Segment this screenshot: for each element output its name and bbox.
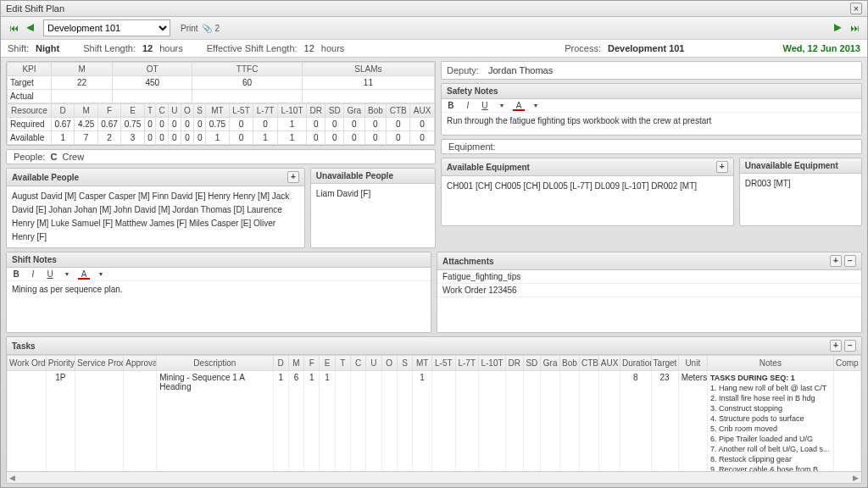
tasks-col[interactable]: C [351,356,366,371]
add-task-button[interactable]: + [830,340,842,352]
list-item[interactable]: Work Order 123456 [437,284,861,297]
toolbar: ⏮ ⯇ Development 101 Print 📎 2 ⯈ ⏭ [1,17,867,40]
tasks-col[interactable]: CTB [579,356,598,371]
tasks-col[interactable]: Priority [46,356,75,371]
edit-shift-plan-window: Edit Shift Plan × ⏮ ⯇ Development 101 Pr… [0,0,868,488]
kpi-summary-table: KPI M OT TTFC SLAMs Target 22 450 60 11 [7,62,435,103]
nav-first-icon[interactable]: ⏮ [6,21,21,35]
table-row[interactable]: 1PMining - Sequence 1 A Heading16111823M… [8,371,861,472]
print-button[interactable]: Print 📎 2 [175,22,225,35]
bold-button[interactable]: B [10,269,22,279]
list-item[interactable]: Fatigue_fighting_tips [437,270,861,284]
underline-button[interactable]: U [44,269,56,279]
chevron-down-icon[interactable]: ▾ [530,102,542,109]
resource-table: ResourceDMFETCUOSMTL-5TL-7TL-10TDRSDGraB… [7,103,435,145]
attachments-panel: Attachments + − Fatigue_fighting_tips Wo… [437,252,862,333]
tasks-col[interactable]: E [320,356,335,371]
resource-col: DR [307,104,326,118]
table-row: Actual [8,90,435,103]
font-color-button[interactable]: A [78,269,90,279]
kpi-col: OT [113,63,192,76]
shift-notes-text[interactable]: Mining as per sequence plan. [7,281,431,332]
tasks-col[interactable]: M [288,356,303,371]
tasks-col[interactable]: Notes [707,356,833,371]
tasks-col[interactable]: L-10T [478,356,505,371]
chevron-down-icon[interactable]: ▾ [496,102,508,109]
tasks-col[interactable]: MT [413,356,432,371]
available-equipment-list[interactable]: CH001 [CH] CH005 [CH] DL005 [L-7T] DL009… [442,176,733,225]
resource-col: U [169,104,181,118]
remove-task-button[interactable]: − [844,340,856,352]
tasks-col[interactable]: L-5T [432,356,455,371]
tasks-header: Tasks [12,341,36,351]
safety-notes-header: Safety Notes [447,86,498,96]
tasks-col[interactable]: Service Process [75,356,124,371]
process-label: Process: [565,43,601,53]
kpi-col: M [52,63,113,76]
available-people-header: Available People [12,173,79,182]
shift-value: Night [36,43,59,53]
attachment-icon: 📎 [202,24,212,33]
tasks-col[interactable]: O [381,356,397,371]
process-select[interactable]: Development 101 [43,19,170,36]
tasks-col[interactable]: Unit [678,356,707,371]
add-attachment-button[interactable]: + [830,255,842,267]
tasks-col[interactable]: Gra [541,356,560,371]
tasks-col[interactable]: Target [651,356,678,371]
tasks-table: Work OrderPriorityService ProcessApprova… [7,355,861,471]
shift-summary-bar: Shift: Night Shift Length: 12 hours Effe… [1,40,867,58]
tasks-col[interactable]: DR [506,356,524,371]
tasks-col[interactable]: Work Order [8,356,47,371]
unavailable-people-list[interactable]: Liam David [F] [311,184,435,233]
underline-button[interactable]: U [479,101,491,110]
tasks-col[interactable]: U [366,356,381,371]
italic-button[interactable]: I [462,101,474,110]
deputy-row: Deputy: Jordan Thomas [441,61,862,80]
tasks-col[interactable]: D [273,356,288,371]
task-notes: TASKS DURING SEQ: 11. Hang new roll of b… [707,371,833,472]
nav-next-icon[interactable]: ⯈ [830,21,845,35]
scroll-right-icon[interactable]: ▶ [853,474,859,482]
tasks-col[interactable]: Duration [620,356,651,371]
scroll-left-icon[interactable]: ◀ [9,474,15,482]
font-color-button[interactable]: A [513,101,525,110]
editor-toolbar: B I U ▾ A ▾ [7,268,431,281]
chevron-down-icon[interactable]: ▾ [95,270,107,278]
print-label: Print [181,24,198,33]
tasks-col[interactable]: Approval [124,356,157,371]
add-people-button[interactable]: + [287,171,299,183]
people-label-row: People: C Crew [6,149,436,164]
close-icon[interactable]: × [850,3,862,14]
tasks-col[interactable]: Bob [560,356,580,371]
tasks-col[interactable]: S [397,356,412,371]
kpi-col: KPI [8,63,52,76]
unavailable-equipment-list[interactable]: DR003 [MT] [740,174,861,223]
tasks-col[interactable]: T [335,356,350,371]
horizontal-scrollbar[interactable]: ◀ ▶ [7,471,861,483]
available-equipment-panel: Available Equipment + CH001 [CH] CH005 [… [441,158,734,226]
kpi-panel: KPI M OT TTFC SLAMs Target 22 450 60 11 [6,61,436,146]
resource-col: C [156,104,169,118]
resource-col: D [52,104,75,118]
tasks-col[interactable]: Comp [833,356,860,371]
tasks-col[interactable]: AUX [598,356,620,371]
bold-button[interactable]: B [445,101,457,110]
nav-last-icon[interactable]: ⏭ [847,21,862,35]
chevron-down-icon[interactable]: ▾ [61,270,73,278]
tasks-col[interactable]: L-7T [455,356,478,371]
unavailable-people-panel: Unavailable People Liam David [F] [310,168,436,248]
tasks-col[interactable]: F [304,356,320,371]
kpi-col: SLAMs [302,63,434,76]
resource-col: O [181,104,193,118]
remove-attachment-button[interactable]: − [844,255,856,267]
shift-label: Shift: [8,43,29,53]
resource-col: L-10T [277,104,306,118]
tasks-col[interactable]: Description [157,356,273,371]
italic-button[interactable]: I [27,269,39,279]
equipment-label-row: Equipment: [441,139,862,154]
available-people-list[interactable]: August David [M] Casper Casper [M] Finn … [7,186,304,247]
add-equipment-button[interactable]: + [716,161,728,173]
nav-prev-icon[interactable]: ⯇ [23,21,38,35]
safety-notes-text[interactable]: Run through the fatigue fighting tips wo… [442,113,861,135]
tasks-col[interactable]: SD [523,356,541,371]
